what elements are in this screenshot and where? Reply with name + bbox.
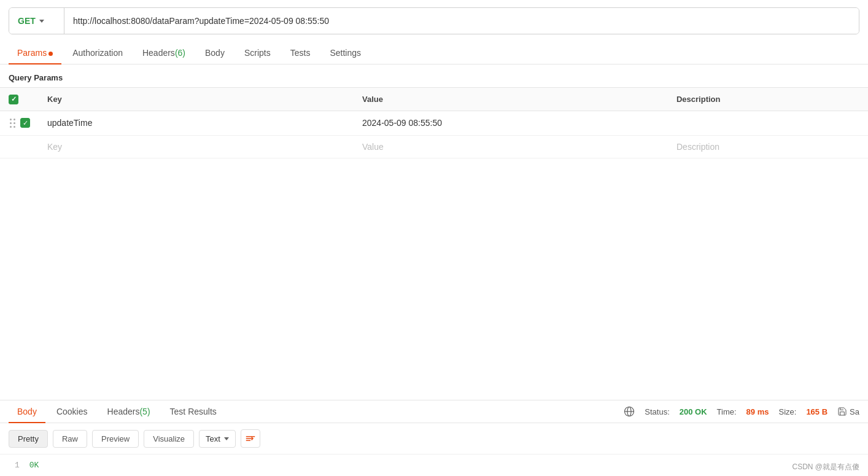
format-type-dropdown[interactable]: Text — [199, 430, 236, 448]
tab-tests[interactable]: Tests — [282, 42, 319, 64]
format-btn-raw[interactable]: Raw — [53, 430, 87, 448]
format-bar: Pretty Raw Preview Visualize Text — [0, 423, 868, 455]
row-value[interactable]: 2024-05-09 08:55:50 — [354, 111, 668, 135]
save-button[interactable]: Sa — [837, 407, 859, 416]
footer-watermark: CSDN @就是有点傻 — [792, 462, 859, 472]
th-key: Key — [39, 88, 354, 111]
th-value: Value — [354, 88, 668, 111]
empty-value[interactable]: Value — [354, 135, 668, 158]
row-key[interactable]: updateTime — [39, 111, 354, 135]
empty-description[interactable]: Description — [668, 135, 868, 158]
line-number-1: 1 — [15, 461, 20, 470]
row-drag-check — [0, 111, 39, 135]
format-btn-preview[interactable]: Preview — [92, 430, 139, 448]
status-value: 200 OK — [680, 407, 707, 416]
th-checkbox — [0, 88, 39, 111]
section-query-params: Query Params — [0, 64, 868, 87]
method-chevron-icon — [39, 20, 44, 23]
format-chevron-icon — [224, 437, 229, 440]
method-selector[interactable]: GET — [9, 8, 64, 34]
tab-params[interactable]: Params — [9, 42, 61, 64]
row-checkbox[interactable] — [20, 118, 30, 128]
tab-scripts[interactable]: Scripts — [236, 42, 279, 64]
response-tabs: Body Cookies Headers(5) Test Results — [9, 400, 624, 423]
size-value: 165 B — [806, 407, 827, 416]
response-headers-badge: (5) — [139, 407, 150, 416]
wrap-icon — [246, 434, 255, 443]
empty-key[interactable]: Key — [39, 135, 354, 158]
tab-headers[interactable]: Headers(6) — [134, 42, 194, 64]
empty-drag-check — [0, 135, 39, 158]
status-bar: Status: 200 OK Time: 89 ms Size: 165 B S… — [624, 406, 859, 417]
response-body: 10K — [0, 455, 868, 476]
wrap-toggle-button[interactable] — [241, 429, 260, 448]
th-description: Description — [668, 88, 868, 111]
format-btn-pretty[interactable]: Pretty — [9, 430, 48, 448]
headers-badge: (6) — [175, 48, 185, 58]
params-table: Key Value Description updateTime 2024-05… — [0, 87, 868, 158]
tab-settings[interactable]: Settings — [321, 42, 370, 64]
request-tabs: Params Authorization Headers(6) Body Scr… — [0, 42, 868, 64]
url-bar: GET — [9, 7, 859, 34]
table-row: updateTime 2024-05-09 08:55:50 — [0, 111, 868, 135]
drag-handle-icon[interactable] — [9, 117, 17, 129]
time-label: Time: — [717, 407, 737, 416]
url-input[interactable] — [64, 8, 859, 34]
response-line-1: 0K — [29, 461, 39, 470]
tab-response-headers[interactable]: Headers(5) — [99, 400, 159, 423]
select-all-checkbox[interactable] — [9, 95, 18, 104]
format-btn-visualize[interactable]: Visualize — [144, 430, 194, 448]
tab-authorization[interactable]: Authorization — [64, 42, 131, 64]
tab-test-results[interactable]: Test Results — [161, 400, 225, 423]
tab-response-body[interactable]: Body — [9, 400, 45, 423]
empty-table-row: Key Value Description — [0, 135, 868, 158]
time-value: 89 ms — [746, 407, 769, 416]
status-label: Status: — [645, 407, 669, 416]
response-tabs-row: Body Cookies Headers(5) Test Results Sta… — [0, 400, 868, 423]
save-icon — [837, 407, 847, 416]
row-description — [668, 111, 868, 135]
tab-cookies[interactable]: Cookies — [48, 400, 96, 423]
params-dot — [48, 52, 53, 56]
size-label: Size: — [778, 407, 796, 416]
method-label: GET — [18, 16, 36, 26]
bottom-panel: Body Cookies Headers(5) Test Results Sta… — [0, 400, 868, 476]
tab-body[interactable]: Body — [196, 42, 233, 64]
globe-icon — [624, 406, 635, 417]
